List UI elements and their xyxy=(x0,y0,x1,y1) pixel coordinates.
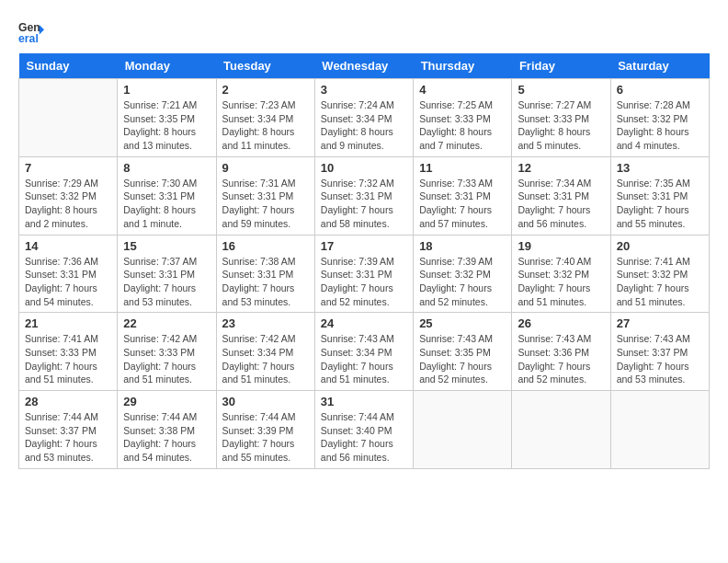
calendar-cell: 21Sunrise: 7:41 AMSunset: 3:33 PMDayligh… xyxy=(19,313,118,391)
day-number: 23 xyxy=(222,316,309,330)
weekday-header: Sunday xyxy=(19,53,118,79)
day-info: Sunrise: 7:43 AMSunset: 3:37 PMDaylight:… xyxy=(617,332,703,386)
day-info: Sunrise: 7:30 AMSunset: 3:31 PMDaylight:… xyxy=(123,177,210,231)
day-number: 22 xyxy=(123,316,210,330)
calendar-cell: 3Sunrise: 7:24 AMSunset: 3:34 PMDaylight… xyxy=(314,79,413,157)
logo: Gen eral xyxy=(18,18,48,44)
day-number: 7 xyxy=(25,161,111,175)
day-info: Sunrise: 7:44 AMSunset: 3:37 PMDaylight:… xyxy=(25,410,111,465)
calendar-cell: 11Sunrise: 7:33 AMSunset: 3:31 PMDayligh… xyxy=(414,156,512,235)
calendar-cell xyxy=(19,79,118,157)
calendar-cell: 24Sunrise: 7:43 AMSunset: 3:34 PMDayligh… xyxy=(314,313,413,391)
calendar-cell: 6Sunrise: 7:28 AMSunset: 3:32 PMDaylight… xyxy=(610,79,709,157)
calendar-cell: 25Sunrise: 7:43 AMSunset: 3:35 PMDayligh… xyxy=(414,313,512,391)
calendar-cell: 9Sunrise: 7:31 AMSunset: 3:31 PMDaylight… xyxy=(216,156,314,235)
calendar-cell: 30Sunrise: 7:44 AMSunset: 3:39 PMDayligh… xyxy=(216,391,314,469)
calendar-cell: 8Sunrise: 7:30 AMSunset: 3:31 PMDaylight… xyxy=(118,156,216,235)
day-info: Sunrise: 7:29 AMSunset: 3:32 PMDaylight:… xyxy=(25,177,111,231)
calendar-table: SundayMondayTuesdayWednesdayThursdayFrid… xyxy=(18,53,710,469)
day-info: Sunrise: 7:40 AMSunset: 3:32 PMDaylight:… xyxy=(518,255,604,309)
day-info: Sunrise: 7:39 AMSunset: 3:31 PMDaylight:… xyxy=(321,255,407,309)
day-number: 20 xyxy=(617,239,703,253)
day-info: Sunrise: 7:34 AMSunset: 3:31 PMDaylight:… xyxy=(518,177,604,231)
calendar-cell: 2Sunrise: 7:23 AMSunset: 3:34 PMDaylight… xyxy=(216,79,314,157)
svg-text:eral: eral xyxy=(18,32,39,44)
calendar-week-row: 14Sunrise: 7:36 AMSunset: 3:31 PMDayligh… xyxy=(19,235,710,313)
calendar-cell: 12Sunrise: 7:34 AMSunset: 3:31 PMDayligh… xyxy=(512,156,610,235)
calendar-cell: 20Sunrise: 7:41 AMSunset: 3:32 PMDayligh… xyxy=(610,235,709,313)
calendar-cell: 27Sunrise: 7:43 AMSunset: 3:37 PMDayligh… xyxy=(610,313,709,391)
calendar-cell xyxy=(414,391,512,469)
calendar-cell: 18Sunrise: 7:39 AMSunset: 3:32 PMDayligh… xyxy=(414,235,512,313)
day-info: Sunrise: 7:43 AMSunset: 3:34 PMDaylight:… xyxy=(321,332,407,386)
day-number: 5 xyxy=(518,83,604,97)
weekday-header: Thursday xyxy=(414,53,512,79)
calendar-cell: 17Sunrise: 7:39 AMSunset: 3:31 PMDayligh… xyxy=(314,235,413,313)
day-info: Sunrise: 7:38 AMSunset: 3:31 PMDaylight:… xyxy=(222,255,309,309)
day-number: 26 xyxy=(518,316,604,330)
day-info: Sunrise: 7:42 AMSunset: 3:34 PMDaylight:… xyxy=(222,332,309,386)
day-number: 2 xyxy=(222,83,309,97)
day-info: Sunrise: 7:24 AMSunset: 3:34 PMDaylight:… xyxy=(321,98,407,153)
day-number: 8 xyxy=(123,161,210,175)
weekday-header: Monday xyxy=(118,53,216,79)
day-number: 27 xyxy=(617,316,703,330)
calendar-cell: 13Sunrise: 7:35 AMSunset: 3:31 PMDayligh… xyxy=(610,156,709,235)
page-header: Gen eral xyxy=(18,18,710,44)
day-number: 17 xyxy=(321,239,407,253)
calendar-cell: 1Sunrise: 7:21 AMSunset: 3:35 PMDaylight… xyxy=(118,79,216,157)
weekday-header: Saturday xyxy=(610,53,709,79)
day-number: 21 xyxy=(25,316,111,330)
calendar-cell: 29Sunrise: 7:44 AMSunset: 3:38 PMDayligh… xyxy=(118,391,216,469)
day-info: Sunrise: 7:25 AMSunset: 3:33 PMDaylight:… xyxy=(419,98,506,153)
svg-marker-2 xyxy=(40,25,44,35)
calendar-week-row: 28Sunrise: 7:44 AMSunset: 3:37 PMDayligh… xyxy=(19,391,710,469)
day-info: Sunrise: 7:44 AMSunset: 3:38 PMDaylight:… xyxy=(123,410,210,465)
calendar-cell: 15Sunrise: 7:37 AMSunset: 3:31 PMDayligh… xyxy=(118,235,216,313)
day-number: 11 xyxy=(419,161,506,175)
day-info: Sunrise: 7:43 AMSunset: 3:36 PMDaylight:… xyxy=(518,332,604,386)
day-number: 29 xyxy=(123,395,210,408)
day-info: Sunrise: 7:39 AMSunset: 3:32 PMDaylight:… xyxy=(419,255,506,309)
calendar-cell: 26Sunrise: 7:43 AMSunset: 3:36 PMDayligh… xyxy=(512,313,610,391)
day-number: 3 xyxy=(321,83,407,97)
day-number: 4 xyxy=(419,83,506,97)
calendar-cell: 28Sunrise: 7:44 AMSunset: 3:37 PMDayligh… xyxy=(19,391,118,469)
calendar-week-row: 7Sunrise: 7:29 AMSunset: 3:32 PMDaylight… xyxy=(19,156,710,235)
day-info: Sunrise: 7:33 AMSunset: 3:31 PMDaylight:… xyxy=(419,177,506,231)
day-info: Sunrise: 7:28 AMSunset: 3:32 PMDaylight:… xyxy=(617,98,703,153)
day-number: 13 xyxy=(617,161,703,175)
day-info: Sunrise: 7:37 AMSunset: 3:31 PMDaylight:… xyxy=(123,255,210,309)
calendar-cell: 10Sunrise: 7:32 AMSunset: 3:31 PMDayligh… xyxy=(314,156,413,235)
day-info: Sunrise: 7:41 AMSunset: 3:33 PMDaylight:… xyxy=(25,332,111,386)
day-number: 30 xyxy=(222,395,309,408)
day-info: Sunrise: 7:36 AMSunset: 3:31 PMDaylight:… xyxy=(25,255,111,309)
calendar-cell: 31Sunrise: 7:44 AMSunset: 3:40 PMDayligh… xyxy=(314,391,413,469)
day-number: 24 xyxy=(321,316,407,330)
calendar-cell xyxy=(610,391,709,469)
calendar-cell: 19Sunrise: 7:40 AMSunset: 3:32 PMDayligh… xyxy=(512,235,610,313)
weekday-header: Tuesday xyxy=(216,53,314,79)
calendar-week-row: 1Sunrise: 7:21 AMSunset: 3:35 PMDaylight… xyxy=(19,79,710,157)
day-number: 28 xyxy=(25,395,111,408)
day-info: Sunrise: 7:44 AMSunset: 3:40 PMDaylight:… xyxy=(321,410,407,465)
calendar-cell: 4Sunrise: 7:25 AMSunset: 3:33 PMDaylight… xyxy=(414,79,512,157)
calendar-cell: 23Sunrise: 7:42 AMSunset: 3:34 PMDayligh… xyxy=(216,313,314,391)
weekday-header: Friday xyxy=(512,53,610,79)
calendar-cell: 22Sunrise: 7:42 AMSunset: 3:33 PMDayligh… xyxy=(118,313,216,391)
day-number: 18 xyxy=(419,239,506,253)
day-number: 25 xyxy=(419,316,506,330)
day-info: Sunrise: 7:41 AMSunset: 3:32 PMDaylight:… xyxy=(617,255,703,309)
day-info: Sunrise: 7:43 AMSunset: 3:35 PMDaylight:… xyxy=(419,332,506,386)
day-number: 14 xyxy=(25,239,111,253)
calendar-cell: 7Sunrise: 7:29 AMSunset: 3:32 PMDaylight… xyxy=(19,156,118,235)
day-number: 16 xyxy=(222,239,309,253)
day-number: 6 xyxy=(617,83,703,97)
day-info: Sunrise: 7:27 AMSunset: 3:33 PMDaylight:… xyxy=(518,98,604,153)
day-info: Sunrise: 7:23 AMSunset: 3:34 PMDaylight:… xyxy=(222,98,309,153)
weekday-header: Wednesday xyxy=(314,53,413,79)
calendar-cell: 16Sunrise: 7:38 AMSunset: 3:31 PMDayligh… xyxy=(216,235,314,313)
day-number: 31 xyxy=(321,395,407,408)
day-number: 12 xyxy=(518,161,604,175)
day-info: Sunrise: 7:31 AMSunset: 3:31 PMDaylight:… xyxy=(222,177,309,231)
